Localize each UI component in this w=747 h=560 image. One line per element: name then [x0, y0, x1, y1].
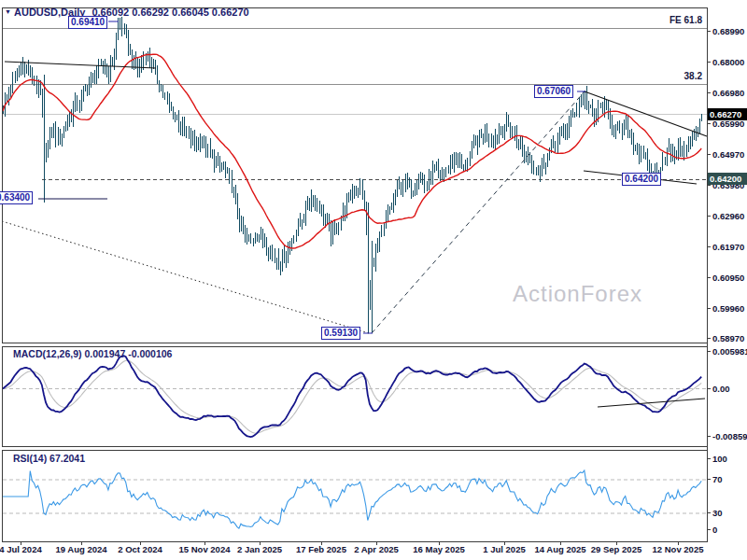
price-axis-label: 0.58970: [712, 333, 744, 343]
panel-frame: [3, 451, 708, 542]
date-axis-label: 12 Nov 2025: [653, 544, 705, 554]
fib-retracement-label: 38.2: [654, 71, 702, 81]
macd-axis-label: 0.00: [712, 384, 730, 394]
price-callout-low-apr-2025: 0.59130: [321, 327, 360, 340]
forex-chart-window: 0.689900.680000.669800.659900.649700.639…: [0, 0, 747, 560]
date-axis-label: 2 Apr 2025: [354, 544, 399, 554]
macd-signal-line: [3, 360, 701, 433]
rsi-axis-label: 100: [712, 454, 727, 464]
macd-indicator-label: MACD(12,26,9) 0.001947 -0.000106: [13, 348, 172, 359]
rsi-indicator-label: RSI(14) 67.2041: [13, 453, 85, 464]
date-axis-label: 2 Oct 2024: [118, 544, 162, 554]
date-axis-label: 14 Aug 2025: [534, 544, 586, 554]
price-axis-label: 0.60950: [712, 273, 744, 283]
chart-canvas[interactable]: 0.689900.680000.669800.659900.649700.639…: [0, 0, 747, 560]
price-axis-label: 0.68990: [712, 26, 744, 36]
date-axis-label: 29 Sep 2025: [591, 544, 642, 554]
price-axis-label: 0.64970: [712, 149, 744, 160]
chart-title: AUDUSD,Daily0.66092 0.66292 0.66045 0.66…: [14, 7, 249, 18]
price-axis-label: 0.66980: [712, 88, 744, 98]
price-axis-label: 0.68000: [712, 57, 744, 67]
macd-main-line: [3, 356, 701, 437]
current-price-flag: 0.66270: [708, 108, 747, 120]
price-callout-high-2025: 0.67060: [534, 85, 573, 98]
panel-frame: [3, 347, 708, 447]
date-axis-label: 1 Jul 2025: [483, 544, 526, 554]
rsi-axis-label: 30: [712, 508, 723, 518]
rsi-line: [3, 470, 701, 528]
date-axis-label: 17 Feb 2025: [296, 544, 347, 554]
macd-axis-label: -0.00859: [712, 431, 747, 441]
symbol-dropdown-icon[interactable]: ▼: [5, 8, 11, 15]
price-axis-label: 0.62960: [712, 211, 744, 221]
date-axis-label: 19 Aug 2024: [55, 544, 107, 554]
rsi-axis-label: 70: [712, 474, 723, 484]
price-callout-high-2024: 0.69410: [68, 16, 107, 29]
price-axis-label: 0.59960: [712, 303, 744, 314]
date-axis-label: 4 Jul 2024: [0, 544, 42, 554]
ohlc-values: 0.66092 0.66292 0.66045 0.66270: [92, 7, 248, 18]
date-axis-label: 15 Nov 2024: [179, 544, 232, 554]
support-price-flag: 0.64200: [708, 173, 747, 185]
trendline: [5, 62, 156, 68]
date-axis-label: 2 Jan 2025: [237, 544, 283, 554]
fib-extension-label: FE 61.8: [654, 15, 702, 25]
macd-axis-label: 0.005981: [712, 346, 747, 357]
moving-average-line: [3, 54, 701, 248]
actionforex-watermark: ActionForex: [513, 281, 642, 307]
price-callout-support: 0.64200: [622, 173, 661, 186]
price-axis-label: 0.61970: [712, 242, 744, 252]
date-axis-label: 16 May 2025: [413, 544, 465, 554]
rsi-axis-label: 0: [712, 525, 717, 535]
price-callout-low-aug-2024: 0.63400: [0, 191, 33, 204]
